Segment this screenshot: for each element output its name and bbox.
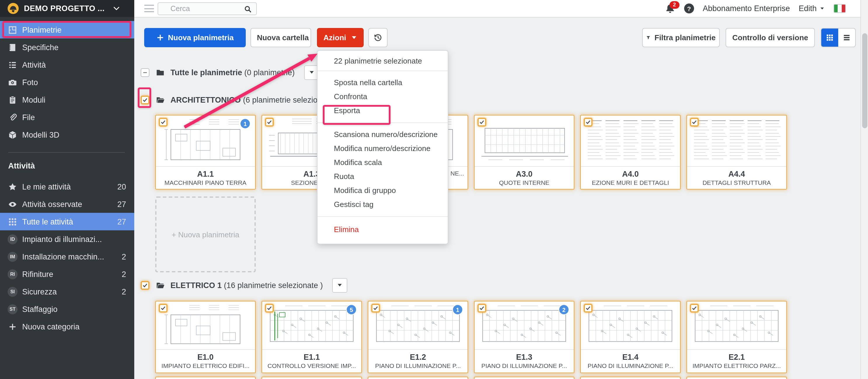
plan-card-a4-0[interactable]: A4.0EZIONE MURI E DETTAGLI — [580, 115, 681, 190]
menu-item-modifica-di-gruppo[interactable]: Modifica di gruppo — [317, 184, 448, 198]
grid-view-button[interactable] — [821, 29, 838, 47]
plan-card-label: A1.1MACCHINARI PIANO TERRA — [156, 166, 255, 189]
plan-card-e1-0[interactable]: E1.0IMPIANTO ELETTRICO EDIFI... — [155, 301, 256, 373]
filter-plans-button[interactable]: Filtra planimetrie — [642, 28, 720, 47]
plan-card-a3-0[interactable]: A3.0QUOTE INTERNE — [474, 115, 575, 190]
search-box — [158, 2, 257, 15]
folder-title: Tutte le planimetrie (0 planimetrie) — [170, 68, 295, 77]
folder-menu-button[interactable] — [332, 278, 347, 292]
plan-thumbnail — [474, 115, 574, 167]
menu-item-modifica-scala[interactable]: Modifica scala — [317, 156, 448, 170]
checkbox-checked[interactable] — [477, 304, 486, 313]
attachment-count-badge: 1 — [240, 118, 250, 129]
checkbox-checked[interactable] — [159, 304, 167, 313]
plan-card-a4-4[interactable]: A4.4DETTAGLI STRUTTURA — [686, 115, 787, 190]
sidebar-item-attivit[interactable]: Attività — [0, 56, 134, 73]
sidebar-item-foto[interactable]: Foto — [0, 73, 134, 91]
plan-description: EZIONE MURI E DETTAGLI — [581, 179, 680, 186]
search-icon[interactable] — [244, 5, 252, 12]
sidebar-item-file[interactable]: File — [0, 108, 134, 126]
sidebar-activity-list: Le mie attività20Attività osservate27Tut… — [0, 178, 134, 318]
scrollbar-track[interactable] — [860, 0, 868, 379]
language-flag-italy[interactable] — [834, 4, 846, 13]
sidebar-item-specifiche[interactable]: Specifiche — [0, 38, 134, 56]
plan-number: A4.4 — [687, 170, 786, 179]
sidebar-section-title: Attività — [8, 162, 35, 170]
sidebar-item-installazione-macchin[interactable]: IMInstallazione macchin...2 — [0, 248, 134, 265]
sidebar-item-attivit-osservate[interactable]: Attività osservate27 — [0, 195, 134, 213]
plan-card-e2-1[interactable]: E2.1IMPIANTO ELETTRICO PARZ... — [686, 301, 787, 373]
plan-cards-elettrico: E1.0IMPIANTO ELETTRICO EDIFI...5E1.1CONT… — [155, 301, 787, 373]
sidebar-nav: PlanimetrieSpecificheAttivitàFotoModuliF… — [0, 21, 134, 143]
plan-number: A3.0 — [474, 170, 574, 179]
sidebar-item-rifiniture[interactable]: RIRifiniture2 — [0, 265, 134, 283]
sidebar-item-moduli[interactable]: Moduli — [0, 91, 134, 108]
checkbox-checked[interactable] — [477, 118, 486, 127]
user-menu[interactable]: Edith — [799, 4, 825, 13]
new-folder-button[interactable]: Nuova cartella — [250, 28, 311, 47]
version-history-button[interactable] — [368, 28, 388, 47]
plan-thumbnail — [156, 302, 255, 350]
menu-item-modifica-numero-descrizione[interactable]: Modifica numero/descrizione — [317, 142, 448, 156]
checkbox-checked[interactable] — [141, 281, 149, 289]
new-category-button[interactable]: Nuova categoria — [0, 318, 134, 335]
sidebar-item-sicurezza[interactable]: SISicurezza2 — [0, 283, 134, 300]
checkbox-checked[interactable] — [690, 118, 699, 127]
search-input[interactable] — [158, 4, 242, 13]
scrollbar-thumb[interactable] — [862, 33, 867, 128]
new-plan-button[interactable]: Nuova planimetria — [144, 28, 246, 47]
plan-card-e1-1[interactable]: 5E1.1CONTROLLO VERSIONE IMP... — [261, 301, 362, 373]
actions-button[interactable]: Azioni — [317, 28, 364, 47]
new-plan-placeholder-card[interactable]: + Nuova planimetria — [155, 197, 256, 272]
new-plan-placeholder-label: + Nuova planimetria — [172, 230, 239, 239]
sidebar-item-tutte-le-attivit[interactable]: Tutte le attività27 — [0, 213, 134, 230]
version-control-button[interactable]: Controllo di versione — [725, 28, 815, 47]
checkbox-checked[interactable] — [584, 118, 592, 127]
plan-number: E1.0 — [156, 353, 255, 362]
sidebar-item-staffaggio[interactable]: STStaffaggio — [0, 300, 134, 318]
checkbox-checked[interactable] — [584, 304, 592, 313]
plan-card-e1-3[interactable]: 2E1.3PIANO DI ILLUMINAZIONE P... — [474, 301, 575, 373]
checkbox-checked[interactable] — [265, 118, 274, 127]
hamburger-icon[interactable] — [144, 5, 154, 12]
next-row-card-tops — [155, 377, 787, 379]
project-switcher[interactable]: DEMO PROGETTO ... — [0, 0, 134, 17]
checkbox-indeterminate[interactable] — [141, 68, 149, 77]
folder-name: ARCHITETTONICO — [170, 95, 241, 104]
sidebar-item-count: 20 — [117, 182, 126, 191]
book-icon — [8, 43, 17, 51]
menu-item-confronta[interactable]: Confronta — [317, 90, 448, 104]
sidebar-item-le-mie-attivit[interactable]: Le mie attività20 — [0, 178, 134, 195]
plus-icon — [156, 34, 164, 41]
menu-item-gestisci-tag[interactable]: Gestisci tag — [317, 198, 448, 212]
help-button[interactable]: ? — [684, 3, 694, 13]
sidebar-item-planimetrie[interactable]: Planimetrie — [0, 21, 134, 38]
menu-item-ruota[interactable]: Ruota — [317, 170, 448, 184]
checkbox-checked[interactable] — [141, 95, 149, 104]
menu-item-elimina[interactable]: Elimina — [317, 223, 448, 237]
checkbox-checked[interactable] — [371, 304, 380, 313]
list-view-button[interactable] — [838, 29, 855, 47]
checkbox-checked[interactable] — [690, 304, 699, 313]
plan-card-e1-2[interactable]: 1E1.2PIANO DI ILLUMINAZIONE P... — [368, 301, 468, 373]
checkbox-checked[interactable] — [265, 304, 274, 313]
plan-card-a1-1[interactable]: 1A1.1MACCHINARI PIANO TERRA — [155, 115, 256, 190]
plan-card-top — [686, 377, 787, 379]
plan-number: E1.1 — [262, 353, 361, 362]
plan-card-label: E1.3PIANO DI ILLUMINAZIONE P... — [474, 349, 574, 373]
plan-card-top — [580, 377, 681, 379]
plan-number: A4.0 — [581, 170, 680, 179]
checkbox-checked[interactable] — [159, 118, 167, 127]
menu-item-sposta-nella-cartella[interactable]: Sposta nella cartella — [317, 76, 448, 90]
menu-item-scansiona-numero-descrizione[interactable]: Scansiona numero/descrizione — [317, 128, 448, 142]
menu-item-esporta[interactable]: Esporta — [317, 104, 448, 118]
menu-group-2: Scansiona numero/descrizioneModifica num… — [317, 123, 448, 216]
folder-name: ELETTRICO 1 — [170, 281, 222, 289]
subscription-link[interactable]: Abbonamento Enterprise — [703, 4, 790, 13]
caret-down-icon — [819, 6, 825, 11]
sidebar-item-modelli-3d[interactable]: Modelli 3D — [0, 126, 134, 143]
plan-card-e1-4[interactable]: E1.4PIANO DI ILLUMINAZIONE P... — [580, 301, 681, 373]
notifications-button[interactable]: 2 — [665, 3, 675, 14]
actions-menu: 22 planimetrie selezionate Sposta nella … — [317, 50, 448, 244]
sidebar-item-impianto-di-illuminazi[interactable]: IDImpianto di illuminazi... — [0, 230, 134, 248]
